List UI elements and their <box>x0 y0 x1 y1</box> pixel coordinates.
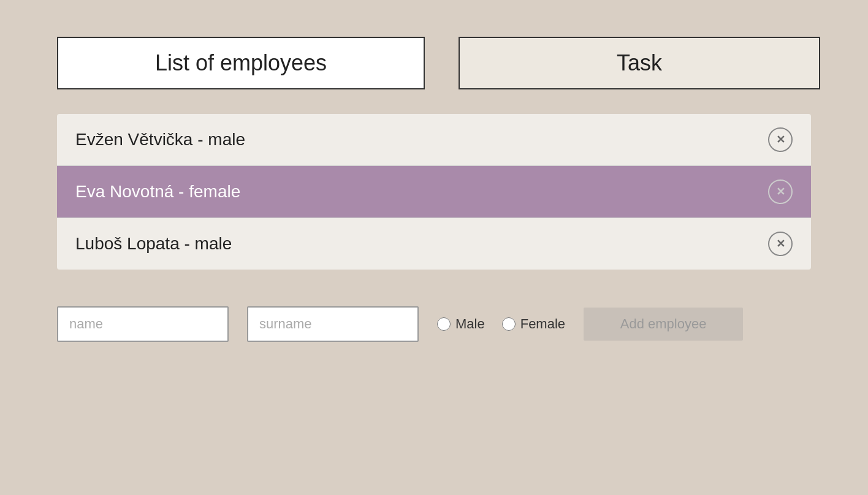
male-radio[interactable] <box>437 317 451 331</box>
gender-radio-group: Male Female <box>437 316 565 332</box>
task-label: Task <box>617 50 662 75</box>
surname-input[interactable] <box>247 306 419 342</box>
female-radio[interactable] <box>502 317 516 331</box>
task-tab[interactable]: Task <box>459 37 820 89</box>
list-of-employees-tab[interactable]: List of employees <box>57 37 425 89</box>
employee-name: Eva Novotná - female <box>75 182 240 202</box>
employee-row[interactable]: Luboš Lopata - male✕ <box>57 217 811 270</box>
employee-name: Luboš Lopata - male <box>75 234 232 254</box>
employee-list: Evžen Větvička - male✕Eva Novotná - fema… <box>57 114 811 270</box>
employee-row[interactable]: Eva Novotná - female✕ <box>57 165 811 217</box>
name-input[interactable] <box>57 306 229 342</box>
header-row: List of employees Task <box>57 37 820 89</box>
male-label[interactable]: Male <box>455 316 485 332</box>
delete-employee-button[interactable]: ✕ <box>768 127 793 152</box>
employee-row[interactable]: Evžen Větvička - male✕ <box>57 114 811 165</box>
employee-name: Evžen Větvička - male <box>75 130 245 149</box>
delete-employee-button[interactable]: ✕ <box>768 232 793 256</box>
add-employee-button[interactable]: Add employee <box>584 308 743 341</box>
delete-employee-button[interactable]: ✕ <box>768 179 793 204</box>
add-employee-form: Male Female Add employee <box>57 306 743 342</box>
female-label[interactable]: Female <box>520 316 565 332</box>
list-of-employees-label: List of employees <box>155 50 327 75</box>
